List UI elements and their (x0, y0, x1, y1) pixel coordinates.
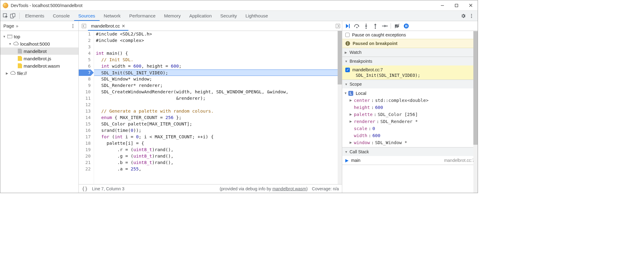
expand-icon[interactable]: ▶ (350, 141, 353, 144)
breakpoints-section-header[interactable]: ▼Breakpoints (342, 57, 478, 65)
debug-info-link[interactable]: mandelbrot.wasm (272, 186, 306, 191)
expand-icon[interactable]: ▶ (350, 113, 353, 116)
tab-security[interactable]: Security (216, 11, 241, 21)
step-into-icon[interactable] (363, 23, 369, 29)
settings-icon[interactable] (460, 13, 466, 19)
tree-file-mandelbrot-wasm[interactable]: mandelbrot.wasm (0, 62, 78, 69)
inspect-icon[interactable] (3, 13, 8, 19)
tab-application[interactable]: Application (185, 11, 216, 21)
expand-icon[interactable]: ▶ (350, 99, 353, 102)
scope-local-header[interactable]: ▼LLocal (342, 90, 478, 97)
code-line[interactable]: for (int i = 0; i < MAX_ITER_COUNT; ++i)… (96, 134, 342, 140)
breakpoint-item[interactable]: ✓mandelbrot.cc:7 SDL_Init(SDL_INIT_VIDEO… (342, 65, 478, 80)
code-line[interactable]: // Generate a palette with random colour… (96, 108, 342, 114)
code-line[interactable]: // Init SDL. (96, 57, 342, 63)
deactivate-breakpoints-icon[interactable] (394, 23, 400, 29)
gutter-line[interactable]: 14 (79, 114, 94, 121)
code-line[interactable] (96, 44, 342, 50)
close-tab-icon[interactable]: ✕ (122, 24, 125, 28)
tab-elements[interactable]: Elements (21, 11, 49, 21)
tree-host[interactable]: ▼localhost:5000 (0, 40, 78, 47)
gutter-line[interactable]: 20 (79, 153, 94, 159)
gutter-line[interactable]: 12 (79, 102, 94, 108)
editor-scrollbar[interactable] (338, 31, 342, 184)
right-scrollbar[interactable] (473, 31, 478, 193)
gutter-line[interactable]: 15 (79, 121, 94, 127)
scope-section-header[interactable]: ▼Scope (342, 80, 478, 88)
tab-memory[interactable]: Memory (160, 11, 185, 21)
nav-back-icon[interactable] (80, 21, 88, 31)
more-icon[interactable] (469, 13, 474, 18)
step-out-icon[interactable] (372, 23, 378, 29)
code-line[interactable] (96, 102, 342, 108)
minimize-button[interactable] (435, 0, 449, 11)
scope-var[interactable]: ▶renderer: SDL_Renderer * (342, 118, 478, 125)
gutter-line[interactable]: 2 (79, 37, 94, 44)
tree-top[interactable]: ▼top (0, 33, 78, 40)
pause-checkbox[interactable] (345, 33, 350, 37)
gutter-line[interactable]: 11 (79, 95, 94, 102)
code-line[interactable]: int main() { (96, 50, 342, 57)
step-over-icon[interactable] (354, 23, 360, 29)
gutter-line[interactable]: 4 (79, 50, 94, 57)
watch-section-header[interactable]: ▶Watch (342, 48, 478, 57)
tree-file-scheme[interactable]: ▶file:// (0, 69, 78, 77)
code-area[interactable]: #include <SDL2/SDL.h>#include <complex>i… (94, 31, 342, 184)
code-line[interactable]: .b = (uint8_t)rand(), (96, 159, 342, 166)
code-line[interactable]: SDL_Color palette[MAX_ITER_COUNT]; (96, 121, 342, 127)
code-line[interactable]: palette[i] = { (96, 140, 342, 147)
gutter-line[interactable]: 7 (79, 69, 94, 76)
code-line[interactable]: SDL_CreateWindowAndRenderer(width, heigh… (96, 89, 342, 95)
callstack-section-header[interactable]: ▼Call Stack (342, 147, 478, 156)
pause-exceptions-icon[interactable] (403, 23, 409, 29)
navigator-more-icon[interactable]: » (16, 24, 18, 28)
step-icon[interactable] (381, 23, 388, 29)
gutter-line[interactable]: 17 (79, 134, 94, 140)
callstack-frame[interactable]: ▶ main mandelbrot.cc:7 (342, 156, 478, 165)
gutter-line[interactable]: 1 (79, 31, 94, 37)
code-line[interactable]: &renderer); (96, 95, 342, 102)
code-line[interactable]: SDL_Window* window; (96, 76, 342, 82)
gutter-line[interactable]: 9 (79, 82, 94, 89)
navigator-menu-icon[interactable] (70, 24, 75, 28)
pause-on-exceptions-row[interactable]: Pause on caught exceptions (342, 31, 478, 39)
scope-var[interactable]: ▶window: SDL_Window * (342, 139, 478, 146)
gutter-line[interactable]: 18 (79, 140, 94, 147)
resume-icon[interactable] (345, 23, 351, 29)
tab-sources[interactable]: Sources (74, 11, 100, 21)
tab-network[interactable]: Network (100, 11, 125, 21)
device-icon[interactable] (10, 13, 16, 19)
code-line[interactable]: SDL_Init(SDL_INIT_VIDEO); (94, 69, 342, 76)
expand-icon[interactable]: ▶ (350, 120, 353, 123)
pretty-print-icon[interactable]: {} (82, 186, 88, 192)
tab-console[interactable]: Console (49, 11, 74, 21)
gutter-line[interactable]: 19 (79, 147, 94, 153)
gutter[interactable]: 12345678910111213141516171819202122 (79, 31, 94, 184)
breakpoint-checkbox[interactable]: ✓ (345, 68, 350, 72)
gutter-line[interactable]: 13 (79, 108, 94, 114)
scope-var[interactable]: height: 600 (342, 104, 478, 111)
gutter-line[interactable]: 5 (79, 57, 94, 63)
scope-var[interactable]: ▶palette: SDL_Color [256] (342, 111, 478, 118)
tree-file-mandelbrot-js[interactable]: mandelbrot.js (0, 55, 78, 62)
code-line[interactable]: SDL_Renderer* renderer; (96, 82, 342, 89)
navigator-tab-page[interactable]: Page (3, 23, 14, 28)
tree-file-mandelbrot[interactable]: mandelbrot (0, 47, 78, 55)
editor[interactable]: 12345678910111213141516171819202122 #inc… (79, 31, 342, 184)
gutter-line[interactable]: 10 (79, 89, 94, 95)
maximize-button[interactable] (449, 0, 464, 11)
code-line[interactable]: enum { MAX_ITER_COUNT = 256 }; (96, 114, 342, 121)
gutter-line[interactable]: 3 (79, 44, 94, 50)
scope-var[interactable]: width: 600 (342, 132, 478, 139)
gutter-line[interactable]: 21 (79, 159, 94, 166)
close-button[interactable] (464, 0, 478, 11)
gutter-line[interactable]: 22 (79, 166, 94, 172)
scope-var[interactable]: ▶center: std::complex<double> (342, 97, 478, 104)
code-line[interactable]: #include <SDL2/SDL.h> (96, 31, 342, 37)
gutter-line[interactable]: 8 (79, 76, 94, 82)
gutter-line[interactable]: 16 (79, 127, 94, 134)
code-line[interactable]: #include <complex> (96, 37, 342, 44)
code-line[interactable]: .r = (uint8_t)rand(), (96, 147, 342, 153)
gutter-line[interactable]: 6 (79, 63, 94, 69)
code-line[interactable]: .a = 255, (96, 166, 342, 172)
